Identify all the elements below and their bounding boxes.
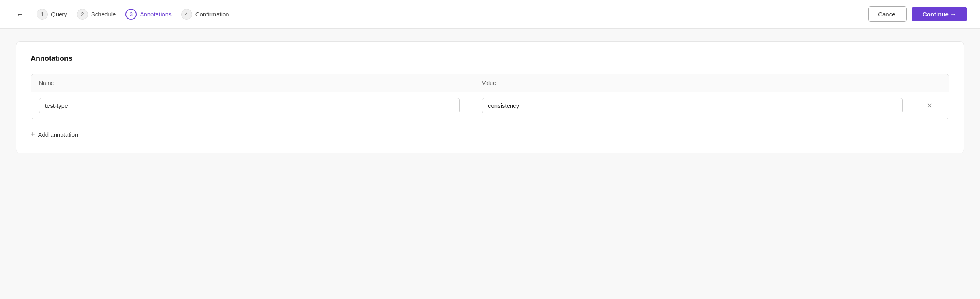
step-1-number: 1 xyxy=(37,9,48,20)
delete-row-button[interactable]: ✕ xyxy=(925,100,934,112)
step-3-number: 3 xyxy=(125,9,137,20)
annotation-table: Name Value ✕ xyxy=(31,74,949,119)
cancel-button[interactable]: Cancel xyxy=(868,6,907,22)
step-2-number: 2 xyxy=(77,9,88,20)
back-button[interactable]: ← xyxy=(13,6,27,22)
continue-button[interactable]: Continue → xyxy=(912,7,967,21)
card-title: Annotations xyxy=(31,54,949,63)
step-1-label: Query xyxy=(51,11,67,17)
step-4-number: 4 xyxy=(181,9,192,20)
annotation-row: ✕ xyxy=(31,92,949,119)
name-column-header: Name xyxy=(39,80,482,86)
step-1[interactable]: 1 Query xyxy=(37,9,67,20)
step-2-label: Schedule xyxy=(91,11,116,17)
name-input[interactable] xyxy=(39,98,460,113)
actions-column-header xyxy=(925,80,941,86)
annotation-table-header: Name Value xyxy=(31,74,949,92)
step-4-label: Confirmation xyxy=(195,11,229,17)
main-content: Annotations Name Value ✕ xyxy=(0,29,980,299)
add-annotation-button[interactable]: + Add annotation xyxy=(31,129,78,140)
value-input[interactable] xyxy=(482,98,903,113)
top-bar-actions: Cancel Continue → xyxy=(868,6,967,22)
value-cell xyxy=(482,98,925,113)
step-3-label: Annotations xyxy=(140,11,171,17)
step-4[interactable]: 4 Confirmation xyxy=(181,9,229,20)
step-3[interactable]: 3 Annotations xyxy=(125,9,171,20)
add-annotation-label: Add annotation xyxy=(38,131,78,138)
delete-cell: ✕ xyxy=(925,100,941,112)
annotations-card: Annotations Name Value ✕ xyxy=(16,41,964,153)
value-column-header: Value xyxy=(482,80,925,86)
step-2[interactable]: 2 Schedule xyxy=(77,9,116,20)
back-icon: ← xyxy=(16,10,24,19)
steps-nav: 1 Query 2 Schedule 3 Annotations 4 Confi… xyxy=(37,9,868,20)
close-icon: ✕ xyxy=(927,101,933,110)
top-bar: ← 1 Query 2 Schedule 3 Annotations 4 Con… xyxy=(0,0,980,29)
name-cell xyxy=(39,98,482,113)
plus-icon: + xyxy=(31,130,35,139)
